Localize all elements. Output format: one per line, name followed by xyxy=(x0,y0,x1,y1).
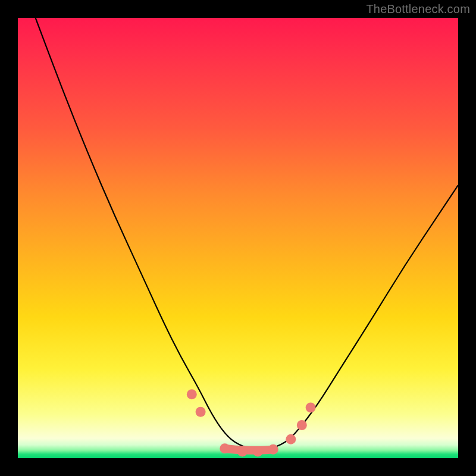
valley-highlight xyxy=(225,449,273,450)
marker-dot xyxy=(268,444,278,455)
marker-dot xyxy=(187,389,197,399)
chart-svg xyxy=(18,18,458,458)
marker-dot xyxy=(297,420,307,430)
chart-frame: TheBottleneck.com xyxy=(0,0,476,476)
bottleneck-curve xyxy=(36,18,458,450)
marker-dot xyxy=(196,407,206,417)
marker-dot xyxy=(253,446,263,456)
marker-dot xyxy=(220,443,230,453)
plot-area xyxy=(18,18,458,458)
marker-dot xyxy=(237,446,248,456)
marker-dot xyxy=(306,402,316,412)
watermark-text: TheBottleneck.com xyxy=(366,2,470,16)
marker-dot xyxy=(286,434,296,444)
